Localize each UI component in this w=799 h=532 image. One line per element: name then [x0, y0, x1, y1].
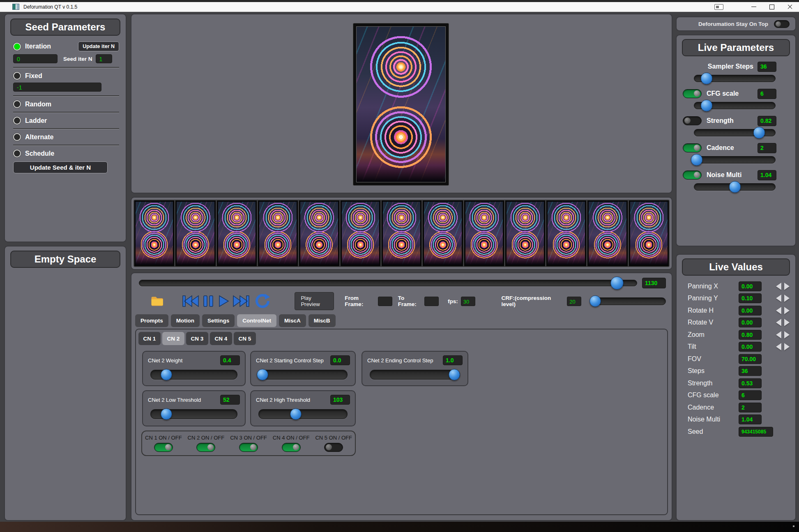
- cn1-toggle[interactable]: [154, 443, 173, 452]
- play-icon[interactable]: [217, 294, 230, 308]
- noise-multi-slider[interactable]: [694, 183, 776, 191]
- input-panel-icon[interactable]: [714, 4, 723, 10]
- filmstrip-frame[interactable]: [175, 200, 215, 266]
- filmstrip-frame[interactable]: [587, 200, 627, 266]
- cnet2-start-step-value[interactable]: 0.0: [330, 355, 350, 365]
- stay-on-top-toggle[interactable]: [774, 20, 790, 28]
- tilt-decrement-arrow[interactable]: [776, 343, 781, 350]
- update-seed-and-iter-button[interactable]: Update Seed & iter N: [13, 161, 108, 173]
- noise-multi-slider-knob[interactable]: [729, 181, 741, 193]
- panning-x-increment-arrow[interactable]: [784, 283, 790, 290]
- crf-slider-knob[interactable]: [589, 295, 601, 307]
- schedule-radio[interactable]: [13, 150, 21, 157]
- random-radio[interactable]: [13, 100, 21, 108]
- zoom-value[interactable]: 0.80: [739, 330, 762, 340]
- tab-controlnet[interactable]: ControlNet: [237, 314, 276, 327]
- cadence-slider-knob[interactable]: [691, 154, 702, 166]
- lv-cfg-value[interactable]: 6: [739, 390, 762, 400]
- tab-cn-1[interactable]: CN 1: [138, 332, 161, 345]
- fps-input[interactable]: 30: [461, 297, 475, 306]
- cnet2-end-step-value[interactable]: 1.0: [443, 355, 463, 365]
- tab-misca[interactable]: MiscA: [279, 314, 306, 327]
- cnet2-high-threshold-value[interactable]: 103: [330, 395, 350, 405]
- panning-x-decrement-arrow[interactable]: [776, 283, 781, 290]
- cnet2-low-threshold-slider-knob[interactable]: [161, 408, 172, 420]
- cadence-toggle[interactable]: [683, 143, 702, 152]
- ladder-radio[interactable]: [13, 117, 21, 124]
- iteration-radio[interactable]: [13, 43, 21, 51]
- cfg-scale-toggle[interactable]: [683, 89, 702, 98]
- update-iter-n-button[interactable]: Update iter N: [78, 41, 119, 51]
- zoom-decrement-arrow[interactable]: [776, 331, 781, 339]
- tab-cn-4[interactable]: CN 4: [210, 332, 232, 345]
- rotate-v-decrement-arrow[interactable]: [776, 319, 781, 326]
- seed-iter-n-input[interactable]: 1: [96, 54, 112, 63]
- cn3-toggle[interactable]: [239, 443, 258, 452]
- pause-icon[interactable]: [202, 294, 214, 308]
- crf-input[interactable]: 20: [567, 297, 581, 306]
- cn5-toggle[interactable]: [324, 443, 343, 452]
- cnet2-end-step-slider-knob[interactable]: [449, 369, 460, 380]
- panning-y-decrement-arrow[interactable]: [776, 295, 781, 302]
- cnet2-weight-value[interactable]: 0.4: [220, 355, 240, 365]
- noise-multi-toggle[interactable]: [683, 170, 702, 180]
- alternate-radio[interactable]: [13, 133, 21, 141]
- steps-value[interactable]: 36: [739, 366, 762, 376]
- filmstrip-frame[interactable]: [217, 200, 257, 266]
- noise-multi-value[interactable]: 1.04: [758, 170, 776, 180]
- filmstrip-frame[interactable]: [464, 200, 504, 266]
- panning-y-value[interactable]: 0.10: [739, 293, 762, 303]
- lv-cadence-value[interactable]: 2: [739, 403, 762, 412]
- strength-slider[interactable]: [694, 129, 776, 136]
- cfg-scale-value[interactable]: 6: [758, 89, 776, 99]
- strength-toggle[interactable]: [683, 116, 702, 125]
- cnet2-weight-slider-knob[interactable]: [161, 369, 172, 380]
- cnet2-start-step-slider-knob[interactable]: [257, 369, 268, 380]
- rotate-h-decrement-arrow[interactable]: [776, 307, 781, 314]
- sampler-steps-slider[interactable]: [694, 75, 776, 82]
- tab-cn-3[interactable]: CN 3: [186, 332, 208, 345]
- cnet2-high-threshold-slider-knob[interactable]: [290, 408, 302, 420]
- tab-settings[interactable]: Settings: [202, 314, 235, 327]
- fixed-radio[interactable]: [13, 72, 21, 80]
- filmstrip-frame[interactable]: [134, 200, 174, 266]
- filmstrip-frame[interactable]: [546, 200, 586, 266]
- strength-slider-knob[interactable]: [753, 127, 765, 139]
- tilt-increment-arrow[interactable]: [784, 343, 790, 350]
- tab-miscb[interactable]: MiscB: [309, 314, 336, 327]
- filmstrip-frame[interactable]: [258, 200, 298, 266]
- panning-y-increment-arrow[interactable]: [784, 295, 790, 302]
- cfg-scale-slider[interactable]: [694, 102, 776, 109]
- cadence-value[interactable]: 2: [758, 143, 776, 153]
- cnet2-low-threshold-value[interactable]: 52: [220, 395, 240, 405]
- cfg-scale-slider-knob[interactable]: [700, 100, 712, 112]
- cnet2-start-step-slider[interactable]: [258, 370, 348, 380]
- titlebar[interactable]: Deforumation QT v 0.1.5: [0, 2, 799, 12]
- rotate-v-value[interactable]: 0.00: [739, 318, 762, 327]
- cnet2-low-threshold-slider[interactable]: [150, 409, 237, 419]
- sampler-steps-slider-knob[interactable]: [700, 73, 712, 85]
- rotate-h-increment-arrow[interactable]: [784, 307, 790, 314]
- resize-grip[interactable]: [793, 526, 794, 527]
- rotate-v-increment-arrow[interactable]: [784, 319, 790, 326]
- tab-motion[interactable]: Motion: [171, 314, 200, 327]
- folder-icon[interactable]: [150, 295, 164, 308]
- fov-value[interactable]: 70.00: [739, 354, 762, 364]
- timeline-slider-knob[interactable]: [610, 276, 624, 290]
- tab-cn-5[interactable]: CN 5: [234, 332, 256, 345]
- skip-start-icon[interactable]: [180, 294, 199, 308]
- skip-end-icon[interactable]: [233, 294, 251, 308]
- zoom-increment-arrow[interactable]: [784, 331, 790, 339]
- tab-prompts[interactable]: Prompts: [135, 314, 168, 327]
- timeline-slider[interactable]: [139, 280, 637, 286]
- crf-slider[interactable]: [592, 297, 666, 305]
- tab-cn-2[interactable]: CN 2: [162, 332, 184, 345]
- cn2-toggle[interactable]: [196, 443, 215, 452]
- strength-value[interactable]: 0.82: [758, 116, 776, 126]
- minimize-button[interactable]: [745, 2, 763, 12]
- lv-strength-value[interactable]: 0.53: [739, 378, 762, 388]
- cn4-toggle[interactable]: [282, 443, 301, 452]
- cnet2-high-threshold-slider[interactable]: [258, 409, 348, 419]
- fixed-seed-input[interactable]: -1: [13, 83, 101, 92]
- filmstrip-frame[interactable]: [423, 200, 463, 266]
